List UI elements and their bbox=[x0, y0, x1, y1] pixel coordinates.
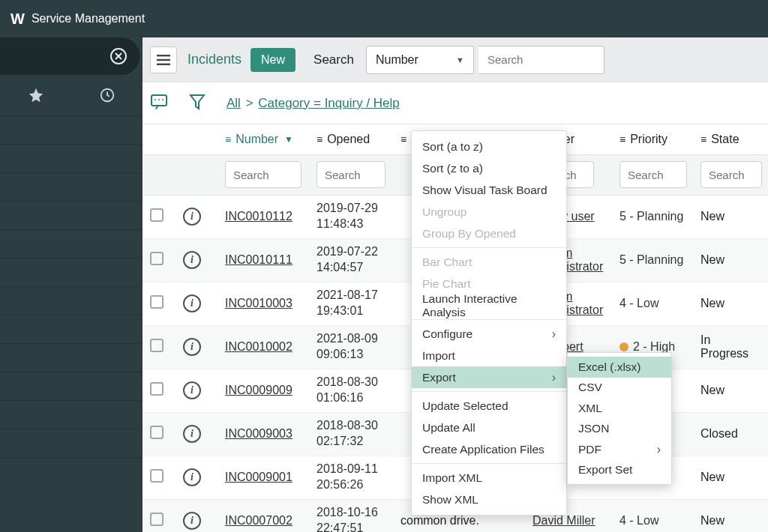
cell-opened: 2018-09-1120:56:26 bbox=[309, 456, 393, 499]
preview-button[interactable]: i bbox=[183, 338, 201, 356]
nav-item[interactable] bbox=[0, 201, 142, 229]
row-checkbox[interactable] bbox=[150, 513, 164, 526]
cell-state: Closed bbox=[693, 412, 768, 456]
list-menu-button[interactable] bbox=[150, 46, 177, 73]
preview-button[interactable]: i bbox=[183, 468, 201, 486]
sidebar-tab-row bbox=[0, 75, 142, 115]
row-checkbox[interactable] bbox=[150, 382, 164, 396]
row-checkbox[interactable] bbox=[150, 469, 164, 483]
incident-link[interactable]: INC0009003 bbox=[225, 427, 292, 440]
search-priority[interactable] bbox=[620, 161, 687, 188]
menu-item[interactable]: Create Application Files bbox=[412, 438, 566, 460]
incident-link[interactable]: INC0009001 bbox=[225, 471, 292, 483]
menu-item: Bar Chart bbox=[412, 251, 566, 273]
menu-item[interactable]: Sort (z to a) bbox=[412, 157, 566, 179]
incident-link[interactable]: INC0010003 bbox=[225, 297, 292, 309]
menu-item: Group By Opened bbox=[412, 223, 566, 244]
history-tab[interactable] bbox=[71, 87, 142, 103]
row-checkbox[interactable] bbox=[150, 208, 164, 222]
menu-item[interactable]: Show Visual Task Board bbox=[412, 179, 566, 201]
nav-item[interactable] bbox=[0, 315, 142, 343]
menu-item[interactable]: Import XML bbox=[412, 467, 566, 489]
chevron-right-icon: › bbox=[552, 327, 556, 341]
nav-item[interactable] bbox=[0, 172, 142, 201]
menu-item[interactable]: Configure› bbox=[412, 323, 566, 345]
row-checkbox[interactable] bbox=[150, 339, 164, 352]
search-state[interactable] bbox=[700, 161, 762, 188]
menu-item[interactable]: Update Selected bbox=[412, 395, 566, 417]
preview-button[interactable]: i bbox=[183, 294, 201, 312]
nav-filter-row[interactable] bbox=[0, 37, 140, 75]
search-number[interactable] bbox=[225, 161, 302, 188]
search-input[interactable]: Search bbox=[478, 46, 604, 74]
left-sidebar bbox=[0, 37, 142, 532]
cell-priority: 4 - Low bbox=[612, 282, 693, 325]
col-number[interactable]: ≡Number▼ bbox=[218, 124, 309, 154]
search-label: Search bbox=[314, 52, 354, 67]
menu-item[interactable]: Update All bbox=[412, 417, 566, 438]
nav-item[interactable] bbox=[0, 372, 142, 400]
nav-item[interactable] bbox=[0, 286, 142, 315]
nav-item[interactable] bbox=[0, 400, 142, 429]
new-button[interactable]: New bbox=[250, 48, 296, 72]
cell-state: In Progress bbox=[693, 325, 768, 369]
list-toolbar: Incidents New Search Number ▼ Search bbox=[142, 37, 768, 82]
submenu-item[interactable]: CSV bbox=[568, 378, 671, 399]
menu-item[interactable]: Launch Interactive Analysis bbox=[412, 294, 566, 316]
filter-button[interactable] bbox=[189, 93, 206, 113]
submenu-item[interactable]: XML bbox=[568, 398, 671, 419]
col-state[interactable]: ≡State bbox=[693, 124, 768, 154]
incident-link[interactable]: INC0007002 bbox=[225, 514, 292, 527]
chevron-right-icon: › bbox=[657, 443, 661, 456]
clear-icon[interactable] bbox=[110, 47, 128, 65]
incident-link[interactable]: INC0009009 bbox=[225, 384, 292, 396]
cell-priority: 4 - Low bbox=[612, 499, 693, 532]
caller-link[interactable]: David Miller bbox=[532, 514, 596, 527]
incident-link[interactable]: INC0010002 bbox=[225, 340, 292, 353]
nav-item[interactable] bbox=[0, 429, 142, 457]
nav-item[interactable] bbox=[0, 144, 142, 172]
search-field-select[interactable]: Number ▼ bbox=[366, 46, 474, 74]
nav-item[interactable] bbox=[0, 343, 142, 372]
row-checkbox[interactable] bbox=[150, 426, 164, 439]
col-priority[interactable]: ≡Priority bbox=[612, 124, 693, 154]
breadcrumb-all[interactable]: All bbox=[226, 96, 241, 110]
nav-item[interactable] bbox=[0, 115, 142, 144]
menu-item[interactable]: Sort (a to z) bbox=[412, 136, 566, 157]
submenu-item[interactable]: Export Set bbox=[568, 460, 671, 481]
incident-link[interactable]: INC0010111 bbox=[225, 253, 292, 266]
cell-priority: 5 - Planning bbox=[612, 238, 693, 282]
svg-rect-2 bbox=[157, 55, 170, 56]
preview-button[interactable]: i bbox=[183, 251, 201, 269]
row-checkbox[interactable] bbox=[150, 252, 164, 265]
preview-button[interactable]: i bbox=[183, 512, 201, 530]
nav-list bbox=[0, 115, 142, 486]
incident-table: ≡Number▼ ≡Opened ≡Short description ≡Cal… bbox=[142, 124, 768, 532]
col-opened[interactable]: ≡Opened bbox=[309, 124, 393, 154]
submenu-item[interactable]: JSON bbox=[568, 419, 671, 440]
submenu-item[interactable]: PDF› bbox=[568, 439, 671, 460]
menu-item[interactable]: Import bbox=[412, 345, 566, 366]
col-search-toggle bbox=[176, 124, 218, 154]
menu-item[interactable]: Export› bbox=[412, 366, 566, 388]
cell-opened: 2018-10-1622:47:51 bbox=[309, 499, 393, 532]
preview-button[interactable]: i bbox=[183, 208, 201, 226]
nav-item[interactable] bbox=[0, 258, 142, 286]
preview-button[interactable]: i bbox=[183, 425, 201, 443]
cell-priority: 5 - Planning bbox=[612, 195, 693, 238]
cell-opened: 2021-08-1719:43:01 bbox=[309, 282, 393, 325]
nav-item[interactable] bbox=[0, 229, 142, 258]
incident-link[interactable]: INC0010112 bbox=[225, 210, 292, 223]
preview-button[interactable]: i bbox=[183, 381, 201, 399]
chevron-right-icon: › bbox=[552, 371, 556, 384]
row-checkbox[interactable] bbox=[150, 295, 164, 309]
submenu-item[interactable]: Excel (.xlsx) bbox=[568, 357, 671, 378]
breadcrumb-filter[interactable]: Category = Inquiry / Help bbox=[258, 96, 400, 110]
favorites-tab[interactable] bbox=[0, 87, 71, 103]
search-field-value: Number bbox=[376, 53, 418, 67]
search-opened[interactable] bbox=[316, 161, 386, 188]
nav-item[interactable] bbox=[0, 457, 142, 486]
menu-item[interactable]: Show XML bbox=[412, 489, 566, 510]
activity-stream-button[interactable] bbox=[150, 94, 168, 112]
top-banner: W Service Management bbox=[0, 0, 768, 37]
